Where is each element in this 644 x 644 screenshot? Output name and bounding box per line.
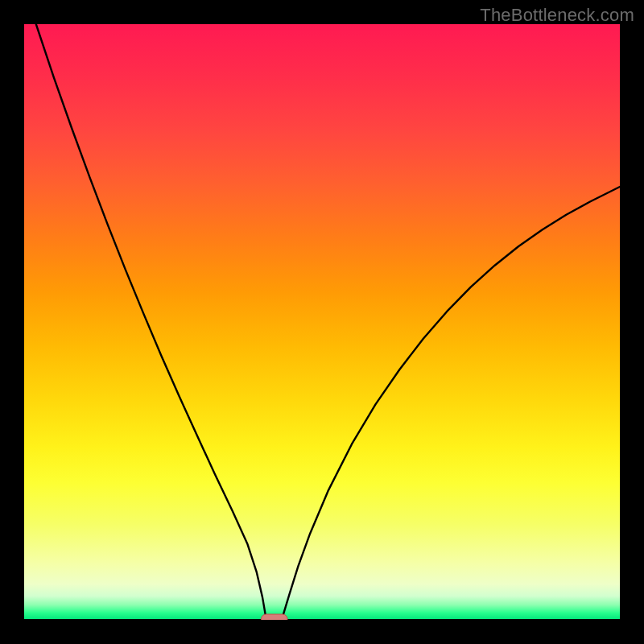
gradient-background [24,24,620,620]
plot-area [24,24,620,620]
chart-frame: TheBottleneck.com [0,0,644,644]
watermark-text: TheBottleneck.com [480,5,634,26]
chart-canvas [24,24,620,620]
bottleneck-marker [262,614,288,620]
